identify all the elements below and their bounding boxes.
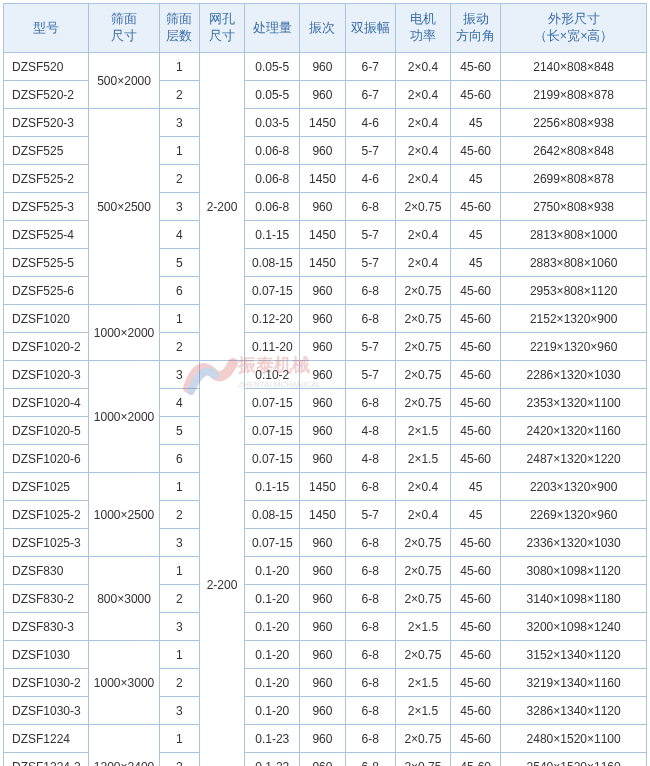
cell-amp: 4-8 <box>345 445 395 473</box>
cell-capacity: 0.06-8 <box>245 137 300 165</box>
cell-model: DZSF1020-4 <box>4 389 89 417</box>
cell-angle: 45 <box>451 501 501 529</box>
cell-model: DZSF525-3 <box>4 193 89 221</box>
cell-amp: 6-7 <box>345 53 395 81</box>
cell-amp: 4-6 <box>345 109 395 137</box>
cell-amp: 6-8 <box>345 193 395 221</box>
table-row: DZSF1025 1000×2500 1 0.1-15 1450 6-8 2×0… <box>4 473 647 501</box>
cell-freq: 960 <box>300 333 345 361</box>
cell-angle: 45-60 <box>451 697 501 725</box>
spec-table: 型号 筛面尺寸 筛面层数 网孔尺寸 处理量 振次 双振幅 电机功率 振动方向角 … <box>3 3 647 766</box>
cell-layers: 3 <box>159 613 199 641</box>
cell-dim: 2540×1520×1160 <box>501 753 647 767</box>
table-body: DZSF520 500×2000 1 2-200 0.05-5 960 6-7 … <box>4 53 647 767</box>
cell-layers: 4 <box>159 221 199 249</box>
cell-freq: 960 <box>300 137 345 165</box>
cell-power: 2×0.75 <box>395 389 450 417</box>
cell-angle: 45-60 <box>451 333 501 361</box>
cell-power: 2×0.4 <box>395 221 450 249</box>
cell-model: DZSF525-6 <box>4 277 89 305</box>
cell-layers: 2 <box>159 753 199 767</box>
cell-model: DZSF1030-2 <box>4 669 89 697</box>
cell-freq: 960 <box>300 53 345 81</box>
header-row: 型号 筛面尺寸 筛面层数 网孔尺寸 处理量 振次 双振幅 电机功率 振动方向角 … <box>4 4 647 53</box>
cell-angle: 45 <box>451 165 501 193</box>
cell-layers: 2 <box>159 585 199 613</box>
cell-layers: 2 <box>159 669 199 697</box>
cell-freq: 960 <box>300 725 345 753</box>
table-row: DZSF830 800×3000 1 0.1-20 960 6-8 2×0.75… <box>4 557 647 585</box>
cell-capacity: 0.1-15 <box>245 221 300 249</box>
cell-freq: 960 <box>300 389 345 417</box>
cell-capacity: 0.07-15 <box>245 529 300 557</box>
cell-amp: 6-8 <box>345 753 395 767</box>
cell-freq: 960 <box>300 277 345 305</box>
cell-angle: 45-60 <box>451 305 501 333</box>
cell-layers: 5 <box>159 249 199 277</box>
col-overall: 外形尺寸（长×宽×高） <box>501 4 647 53</box>
cell-angle: 45-60 <box>451 557 501 585</box>
col-vib-freq: 振次 <box>300 4 345 53</box>
cell-freq: 1450 <box>300 473 345 501</box>
cell-model: DZSF830-3 <box>4 613 89 641</box>
cell-power: 2×0.4 <box>395 109 450 137</box>
cell-amp: 5-7 <box>345 501 395 529</box>
cell-amp: 6-8 <box>345 613 395 641</box>
cell-angle: 45-60 <box>451 193 501 221</box>
cell-model: DZSF1224 <box>4 725 89 753</box>
cell-freq: 960 <box>300 557 345 585</box>
cell-amp: 6-8 <box>345 473 395 501</box>
cell-capacity: 0.1-15 <box>245 473 300 501</box>
cell-power: 2×0.4 <box>395 81 450 109</box>
cell-angle: 45-60 <box>451 529 501 557</box>
cell-amp: 6-8 <box>345 277 395 305</box>
cell-model: DZSF1020-2 <box>4 333 89 361</box>
cell-model: DZSF520 <box>4 53 89 81</box>
cell-power: 2×1.5 <box>395 445 450 473</box>
cell-capacity: 0.1-20 <box>245 641 300 669</box>
col-mesh-size: 网孔尺寸 <box>199 4 244 53</box>
cell-screen-size: 1000×2000 <box>89 305 159 361</box>
cell-screen-size: 1000×3000 <box>89 641 159 725</box>
cell-layers: 1 <box>159 641 199 669</box>
cell-capacity: 0.12-20 <box>245 305 300 333</box>
cell-angle: 45-60 <box>451 753 501 767</box>
table-row: DZSF1224 1200×2400 1 0.1-23 960 6-8 2×0.… <box>4 725 647 753</box>
cell-dim: 2813×808×1000 <box>501 221 647 249</box>
col-capacity: 处理量 <box>245 4 300 53</box>
cell-angle: 45-60 <box>451 641 501 669</box>
cell-dim: 2699×808×878 <box>501 165 647 193</box>
cell-power: 2×0.75 <box>395 641 450 669</box>
cell-model: DZSF1025 <box>4 473 89 501</box>
cell-layers: 1 <box>159 305 199 333</box>
cell-power: 2×0.75 <box>395 193 450 221</box>
cell-dim: 2750×808×938 <box>501 193 647 221</box>
cell-amp: 4-8 <box>345 417 395 445</box>
cell-dim: 2487×1320×1220 <box>501 445 647 473</box>
cell-screen-size: 1200×2400 <box>89 725 159 767</box>
col-screen-size: 筛面尺寸 <box>89 4 159 53</box>
cell-amp: 4-6 <box>345 165 395 193</box>
cell-model: DZSF1030 <box>4 641 89 669</box>
cell-power: 2×1.5 <box>395 417 450 445</box>
cell-capacity: 0.1-20 <box>245 697 300 725</box>
cell-freq: 1450 <box>300 165 345 193</box>
cell-capacity: 0.1-23 <box>245 753 300 767</box>
cell-capacity: 0.03-5 <box>245 109 300 137</box>
cell-layers: 2 <box>159 165 199 193</box>
cell-dim: 2140×808×848 <box>501 53 647 81</box>
cell-dim: 2883×808×1060 <box>501 249 647 277</box>
cell-power: 2×0.75 <box>395 557 450 585</box>
cell-amp: 5-7 <box>345 249 395 277</box>
cell-dim: 3219×1340×1160 <box>501 669 647 697</box>
cell-layers: 3 <box>159 529 199 557</box>
cell-layers: 1 <box>159 557 199 585</box>
cell-dim: 2353×1320×1100 <box>501 389 647 417</box>
cell-capacity: 0.08-15 <box>245 249 300 277</box>
cell-layers: 3 <box>159 193 199 221</box>
table-row: DZSF1020 1000×2000 1 0.12-20 960 6-8 2×0… <box>4 305 647 333</box>
cell-layers: 6 <box>159 445 199 473</box>
col-vib-angle: 振动方向角 <box>451 4 501 53</box>
cell-dim: 2203×1320×900 <box>501 473 647 501</box>
cell-layers: 4 <box>159 389 199 417</box>
